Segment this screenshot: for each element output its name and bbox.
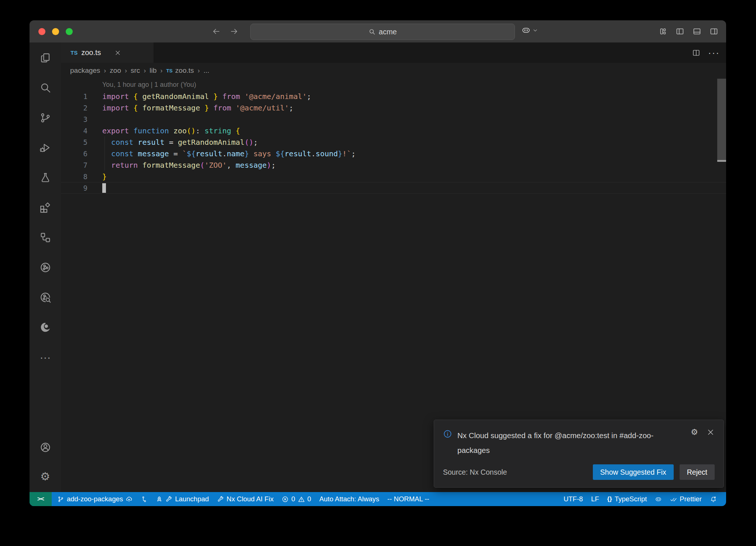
- breadcrumb-separator: ›: [160, 67, 162, 75]
- testing-icon: [39, 172, 51, 184]
- notification-tools: ⚙: [690, 428, 715, 436]
- info-icon: [443, 429, 452, 438]
- breadcrumb-label: ...: [203, 66, 209, 75]
- vim-mode-item-label: -- NORMAL --: [387, 495, 429, 503]
- activity-item-accounts[interactable]: [39, 441, 52, 454]
- workflow-item[interactable]: [137, 492, 152, 506]
- activity-bar-top: ···: [39, 52, 52, 364]
- eol-item[interactable]: LF: [587, 492, 603, 506]
- warning-icon: [298, 496, 305, 503]
- customize-layout-button[interactable]: [658, 27, 668, 36]
- command-center-text: acme: [379, 28, 397, 36]
- activity-item-edge-tools[interactable]: [39, 321, 52, 334]
- code-text: [102, 183, 106, 193]
- branch-icon: [57, 496, 64, 503]
- line-number: 7: [61, 161, 87, 169]
- activity-item-extensions[interactable]: [39, 201, 52, 214]
- tab-zoo-ts[interactable]: TS zoo.ts: [61, 42, 154, 63]
- notification-source: Source: Nx Console: [443, 468, 507, 477]
- copilot-status-item[interactable]: [651, 492, 666, 506]
- nx-cloud-ai-fix-item[interactable]: Nx Cloud AI Fix: [213, 492, 278, 506]
- code-text: const message = `${result.name} says ${r…: [102, 149, 356, 158]
- zoom-window-button[interactable]: [66, 28, 73, 35]
- toggle-panel-right-button[interactable]: [709, 27, 719, 36]
- launchpad-item[interactable]: Launchpad: [152, 492, 213, 506]
- forward-arrow-icon[interactable]: [230, 27, 238, 36]
- back-arrow-icon[interactable]: [212, 27, 221, 36]
- code-line[interactable]: 3: [61, 113, 726, 125]
- tab-bar: TS zoo.ts ···: [61, 42, 726, 63]
- editor-scrollbar[interactable]: [717, 79, 726, 160]
- code-line[interactable]: 6 const message = `${result.name} says $…: [61, 148, 726, 159]
- braces-icon: {}: [607, 496, 612, 503]
- code-line[interactable]: 5 const result = getRandomAnimal();: [61, 136, 726, 148]
- reject-button[interactable]: Reject: [680, 464, 715, 480]
- activity-item-source-control[interactable]: [39, 112, 52, 124]
- breadcrumb-separator: ›: [144, 67, 146, 75]
- problems-item[interactable]: 00: [278, 492, 315, 506]
- code-line[interactable]: 1import { getRandomAnimal } from '@acme/…: [61, 91, 726, 102]
- command-center-search[interactable]: acme: [250, 24, 515, 40]
- code-line[interactable]: 7 return formatMessage('ZOO', message);: [61, 159, 726, 171]
- formatter-item[interactable]: Prettier: [666, 492, 706, 506]
- activity-item-testing[interactable]: [39, 171, 52, 184]
- workflow-icon: [141, 496, 148, 503]
- activity-item-nx-cloud-search[interactable]: [39, 291, 52, 304]
- show-suggested-fix-button[interactable]: Show Suggested Fix: [593, 464, 674, 480]
- breadcrumb-separator: ›: [197, 67, 200, 75]
- notification-buttons: Show Suggested Fix Reject: [593, 464, 715, 480]
- breadcrumb-item[interactable]: ...: [203, 66, 209, 75]
- line-number: 3: [61, 115, 87, 123]
- code-line[interactable]: 9: [61, 182, 726, 194]
- code-line[interactable]: 2import { formatMessage } from '@acme/ut…: [61, 102, 726, 113]
- breadcrumb-item[interactable]: zoo: [110, 66, 121, 75]
- wrench-icon: [217, 496, 224, 503]
- tab-label: zoo.ts: [81, 48, 101, 57]
- notifications-item[interactable]: [706, 492, 721, 506]
- auto-attach-item[interactable]: Auto Attach: Always: [315, 492, 383, 506]
- run-debug-icon: [39, 142, 51, 154]
- remote-indicator[interactable]: ><: [30, 492, 52, 506]
- close-tab-icon[interactable]: [114, 50, 121, 56]
- rocket-icon: [156, 496, 163, 503]
- activity-item-more[interactable]: ···: [39, 351, 52, 364]
- code-text: export function zoo(): string {: [102, 126, 240, 135]
- vim-mode-item[interactable]: -- NORMAL --: [383, 492, 433, 506]
- encoding-item[interactable]: UTF-8: [560, 492, 587, 506]
- remote-icon: ><: [37, 495, 44, 503]
- activity-item-search[interactable]: [39, 82, 52, 94]
- breadcrumb-item[interactable]: src: [131, 66, 140, 75]
- settings-icon: ⚙: [39, 471, 51, 482]
- activity-item-explorer[interactable]: [39, 52, 52, 64]
- source-control-icon: [39, 112, 51, 124]
- minimize-window-button[interactable]: [52, 28, 59, 35]
- more-actions-icon[interactable]: ···: [710, 49, 718, 57]
- close-window-button[interactable]: [38, 28, 45, 35]
- language-item[interactable]: {}TypeScript: [603, 492, 651, 506]
- code-line[interactable]: 8}: [61, 171, 726, 182]
- notification-settings-gear-icon[interactable]: ⚙: [690, 428, 698, 436]
- git-branch-item[interactable]: add-zoo-packages: [53, 492, 137, 506]
- notification-close-icon[interactable]: [707, 428, 715, 436]
- toggle-panel-bottom-button[interactable]: [692, 27, 702, 36]
- window-controls: [38, 28, 73, 35]
- activity-item-nx-console[interactable]: [39, 231, 52, 244]
- layout-controls: [658, 20, 719, 42]
- search-icon: [368, 28, 376, 35]
- activity-item-run-debug[interactable]: [39, 141, 52, 154]
- split-editor-icon[interactable]: [692, 49, 700, 57]
- copilot-icon: [655, 496, 662, 503]
- edge-tools-icon: [39, 321, 51, 333]
- breadcrumb-item[interactable]: TSzoo.ts: [166, 66, 194, 75]
- code-line[interactable]: 4export function zoo(): string {: [61, 125, 726, 136]
- breadcrumb-item[interactable]: lib: [150, 66, 157, 75]
- activity-bar: ··· ⚙: [30, 42, 61, 492]
- double-check-icon: [670, 496, 677, 503]
- breadcrumb-item[interactable]: packages: [70, 66, 100, 75]
- copilot-menu-button[interactable]: [521, 25, 538, 35]
- toggle-panel-left-button[interactable]: [675, 27, 685, 36]
- activity-item-nx-cloud[interactable]: [39, 261, 52, 274]
- titlebar: acme: [30, 20, 726, 42]
- activity-item-settings[interactable]: ⚙: [39, 470, 52, 483]
- explorer-icon: [39, 52, 51, 64]
